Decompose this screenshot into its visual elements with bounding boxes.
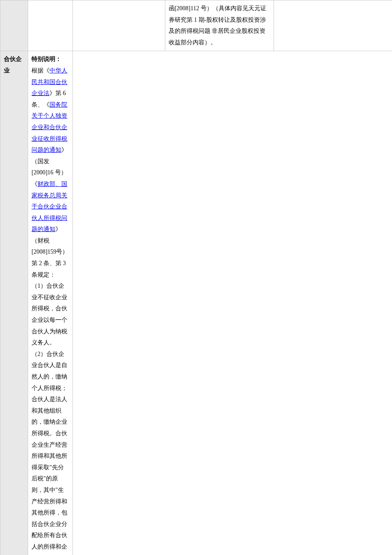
special-label: 特别说明： [32,56,61,62]
c2-top-text: 函[2008]112 号）（具体内容见天元证券研究第 1 期-股权转让及股权投资… [169,3,271,48]
link-mof-sat-notice[interactable]: 财政部、国家税务总局关于合伙企业合伙人所得税问题的通知 [32,181,67,232]
c1-empty-top [72,0,165,51]
side-partnership-label: 合伙企业 [4,56,22,74]
row-top-fragment: 函[2008]112 号）（具体内容见天元证券研究第 1 期-股权转让及股权投资… [0,0,392,51]
side-cell-empty-top [0,0,28,51]
side-partnership: 合伙企业 [0,51,28,555]
row-partnership-special: 合伙企业 特别说明： 根据《中华人民共和国合伙企业法》第 6 条、《国务院关于个… [0,51,392,555]
c3-empty-top [274,0,392,51]
special-text-a: 根据《 [32,67,49,74]
special-body: 根据《中华人民共和国合伙企业法》第 6 条、《国务院关于个人独资企业和合伙企业征… [32,65,69,555]
tax-table: 函[2008]112 号）（具体内容见天元证券研究第 1 期-股权转让及股权投资… [0,0,392,555]
sub-cell-empty-top [28,0,73,51]
c2-top-fragment: 函[2008]112 号）（具体内容见天元证券研究第 1 期-股权转让及股权投资… [165,0,274,51]
special-explanation-cell: 特别说明： 根据《中华人民共和国合伙企业法》第 6 条、《国务院关于个人独资企业… [28,51,73,555]
special-text-d: 》（财税[2008]159号）第 2 条、第 3 条规定：（1）合伙企业不征收企… [32,226,68,555]
link-state-council-notice[interactable]: 国务院关于个人独资企业和合伙企业征收所得税问题的通知 [32,101,67,153]
